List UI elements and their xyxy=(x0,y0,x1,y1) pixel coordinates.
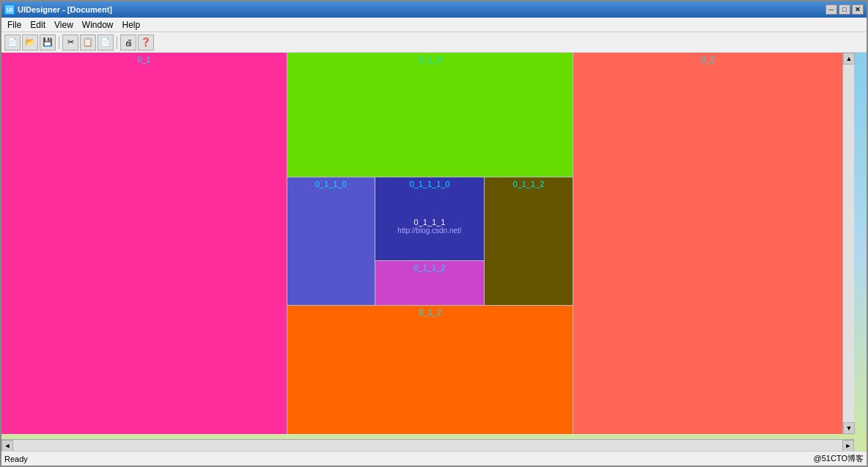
title-bar: UI UIDesigner - [Document] ─ □ ✕ xyxy=(1,1,867,18)
scrollbar-right-button[interactable]: ► xyxy=(842,440,854,452)
title-bar-buttons: ─ □ ✕ xyxy=(825,4,864,15)
panel-sub-0-label: 0_1_1_0 xyxy=(315,180,347,188)
status-bar: Ready @51CTO博客 xyxy=(1,451,867,466)
panel-left-label: 0_1 xyxy=(137,55,150,64)
status-right: @51CTO博客 xyxy=(814,453,864,464)
menu-edit[interactable]: Edit xyxy=(26,18,50,32)
toolbar-save[interactable]: 💾 xyxy=(40,34,56,51)
main-area: 0_1 0_1_0 0_1_1_0 xyxy=(1,53,867,451)
panel-sub-2-label: 0_1_1_2 xyxy=(513,180,545,188)
panel-sub-1-url: http://blog.csdn.net/ xyxy=(397,227,461,235)
panel-sub-1-inner-label: 0_1_1_1 xyxy=(414,218,446,227)
ui-canvas: 0_1 0_1_0 0_1_1_0 xyxy=(1,53,854,434)
panel-middle-top: 0_1_0 xyxy=(287,53,573,177)
panel-middle-row: 0_1_1_0 0_1_1_1_0 0_1_1_1 http://blog.cs… xyxy=(287,177,573,306)
scrollbar-down-button[interactable]: ▼ xyxy=(843,422,855,434)
title-bar-left: UI UIDesigner - [Document] xyxy=(4,4,112,15)
toolbar-cut[interactable]: ✂ xyxy=(62,34,78,51)
scrollbar-v: ▲ ▼ xyxy=(842,53,854,434)
panel-sub-1-top: 0_1_1_1_0 0_1_1_1 http://blog.csdn.net/ xyxy=(375,177,484,261)
scrollbar-left-button[interactable]: ◄ xyxy=(1,440,13,452)
toolbar-help[interactable]: ❓ xyxy=(138,34,154,51)
toolbar-copy[interactable]: 📋 xyxy=(80,34,96,51)
panel-sub-1-top-label: 0_1_1_1_0 xyxy=(409,180,449,188)
menu-window[interactable]: Window xyxy=(78,18,118,32)
canvas-scroll: 0_1 0_1_0 0_1_1_0 xyxy=(1,53,867,451)
menu-file[interactable]: File xyxy=(3,18,26,32)
toolbar-paste[interactable]: 📄 xyxy=(98,34,114,51)
panel-sub-1-bot: 0_1_1_2 xyxy=(375,261,484,305)
menu-bar: File Edit View Window Help xyxy=(1,18,867,32)
toolbar-new[interactable]: 📄 xyxy=(4,34,21,51)
panel-left: 0_1 xyxy=(1,53,287,434)
panel-sub-0: 0_1_1_0 xyxy=(287,177,375,305)
panel-sub-2: 0_1_1_2 xyxy=(485,177,573,305)
window-title: UIDesigner - [Document] xyxy=(18,5,112,14)
scrollbar-v-track[interactable] xyxy=(843,65,854,422)
scrollbar-up-button[interactable]: ▲ xyxy=(843,53,855,65)
scrollbar-h: ◄ ► xyxy=(1,439,854,451)
app-icon: UI xyxy=(4,4,15,15)
scrollbar-h-track[interactable] xyxy=(13,440,842,452)
panel-sub-1-bot-label: 0_1_1_2 xyxy=(414,263,446,272)
panel-middle-bot: 0_1_2 xyxy=(287,306,573,434)
panel-sub-1-col: 0_1_1_1_0 0_1_1_1 http://blog.csdn.net/ … xyxy=(375,177,485,305)
toolbar-sep-1 xyxy=(59,36,59,49)
status-text: Ready xyxy=(4,455,28,463)
app-window: UI UIDesigner - [Document] ─ □ ✕ File Ed… xyxy=(0,0,868,467)
toolbar: 📄 📂 💾 ✂ 📋 📄 🖨 ❓ xyxy=(1,32,867,53)
toolbar-print[interactable]: 🖨 xyxy=(120,34,136,51)
minimize-button[interactable]: ─ xyxy=(825,4,837,15)
toolbar-sep-2 xyxy=(117,36,117,49)
menu-help[interactable]: Help xyxy=(118,18,145,32)
close-button[interactable]: ✕ xyxy=(852,4,864,15)
restore-button[interactable]: □ xyxy=(839,4,850,15)
app-icon-text: UI xyxy=(7,7,12,13)
panel-middle-top-label: 0_1_0 xyxy=(419,55,441,64)
menu-view[interactable]: View xyxy=(50,18,78,32)
toolbar-open[interactable]: 📂 xyxy=(22,34,38,51)
panel-middle: 0_1_0 0_1_1_0 0_1_1_1_0 xyxy=(287,53,573,434)
panel-right: 0_2 xyxy=(573,53,842,434)
panel-right-label: 0_2 xyxy=(701,55,714,64)
panel-middle-bot-label: 0_1_2 xyxy=(419,308,441,317)
